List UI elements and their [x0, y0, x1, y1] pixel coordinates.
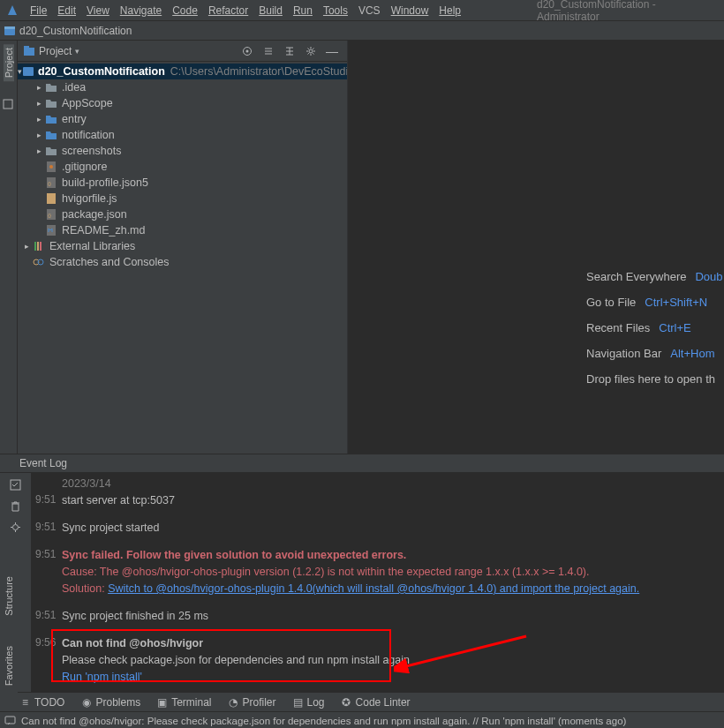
- svg-text:{}: {}: [48, 213, 51, 218]
- svg-rect-4: [24, 46, 29, 49]
- menubar: File Edit View Navigate Code Refactor Bu…: [0, 0, 724, 21]
- project-view-icon[interactable]: [23, 45, 35, 57]
- tree-scratches[interactable]: Scratches and Consoles: [18, 254, 347, 270]
- breadcrumb: d20_CustomNotification: [0, 21, 724, 41]
- project-panel-header: Project ▾ —: [18, 41, 347, 62]
- clear-log-icon[interactable]: [10, 499, 22, 512]
- tree-item-entry[interactable]: ▸entry: [18, 111, 347, 127]
- menu-vcs[interactable]: VCS: [353, 4, 386, 17]
- tool-code-linter[interactable]: ✪Code Linter: [341, 696, 411, 709]
- rail-structure-tab[interactable]: Structure: [0, 556, 18, 635]
- settings-gear-icon[interactable]: [305, 45, 317, 57]
- gitignore-file-icon: [44, 161, 58, 173]
- svg-point-10: [49, 165, 53, 169]
- svg-rect-8: [23, 67, 34, 76]
- linter-icon: ✪: [341, 696, 352, 708]
- rail-project-tab[interactable]: Project: [4, 44, 14, 81]
- welcome-search-shortcut: Doub: [695, 270, 722, 283]
- welcome-gotofile-label: Go to File: [586, 296, 636, 309]
- chevron-right-icon[interactable]: ▸: [34, 143, 44, 159]
- log-settings-icon[interactable]: [10, 521, 22, 533]
- module-folder-icon: [44, 114, 58, 124]
- menu-file[interactable]: File: [25, 4, 52, 17]
- tool-log[interactable]: ▤Log: [292, 696, 325, 709]
- rail-square-icon[interactable]: [3, 99, 15, 111]
- tool-terminal[interactable]: ▣Terminal: [156, 696, 211, 709]
- welcome-gotofile-shortcut: Ctrl+Shift+N: [645, 296, 707, 309]
- menu-build[interactable]: Build: [253, 4, 288, 17]
- chevron-right-icon[interactable]: ▸: [34, 127, 44, 143]
- hide-panel-icon[interactable]: —: [326, 45, 338, 57]
- status-bar: Can not find @ohos/hvigor: Please check …: [0, 711, 724, 728]
- svg-rect-19: [40, 242, 41, 251]
- tree-item-screenshots[interactable]: ▸screenshots: [18, 143, 347, 159]
- tree-external-libraries[interactable]: ▸External Libraries: [18, 238, 347, 254]
- js-file-icon: [44, 192, 58, 205]
- expand-all-icon[interactable]: [262, 45, 275, 57]
- log-warn-sub: Please check package.json for dependenci…: [62, 653, 410, 668]
- log-warn-title: Can not find @ohos/hvigor: [62, 636, 203, 651]
- log-solution-link[interactable]: Switch to @ohos/hvigor-ohos-plugin 1.4.0…: [108, 582, 639, 595]
- locate-icon[interactable]: [241, 45, 253, 57]
- module-icon: [4, 25, 16, 37]
- chevron-right-icon[interactable]: ▸: [34, 111, 44, 127]
- menu-help[interactable]: Help: [434, 4, 466, 17]
- menu-run[interactable]: Run: [288, 4, 318, 17]
- profiler-icon: ◔: [228, 696, 239, 708]
- folder-icon: [44, 82, 58, 93]
- breadcrumb-root[interactable]: d20_CustomNotification: [19, 25, 132, 37]
- tree-item-appscope[interactable]: ▸AppScope: [18, 95, 347, 111]
- svg-text:{}: {}: [48, 181, 51, 186]
- project-view-dropdown-icon[interactable]: ▾: [75, 47, 79, 56]
- todo-icon: ≡: [19, 696, 31, 708]
- tree-item-readme[interactable]: README_zh.md: [18, 222, 347, 238]
- log-npm-install-link[interactable]: Run 'npm install': [62, 670, 142, 685]
- tree-root[interactable]: ▾ d20_CustomNotification C:\Users\Admini…: [18, 64, 347, 79]
- svg-rect-1: [4, 26, 15, 29]
- welcome-navbar-label: Navigation Bar: [586, 347, 661, 360]
- mark-read-icon[interactable]: [10, 478, 22, 491]
- event-log-body: 2023/3/14 9:51start server at tcp:5037 9…: [0, 473, 724, 692]
- svg-rect-3: [24, 48, 34, 56]
- rail-favorites-tab[interactable]: Favorites: [0, 635, 18, 697]
- event-log-header[interactable]: Event Log: [0, 454, 724, 473]
- menu-edit[interactable]: Edit: [52, 4, 81, 17]
- welcome-navbar-shortcut: Alt+Hom: [670, 347, 714, 360]
- status-message-icon[interactable]: [4, 715, 16, 727]
- welcome-drop-hint: Drop files here to open th: [586, 372, 715, 386]
- project-tree[interactable]: ▾ d20_CustomNotification C:\Users\Admini…: [18, 62, 347, 272]
- markdown-file-icon: [44, 224, 58, 236]
- svg-rect-18: [37, 242, 39, 251]
- menu-view[interactable]: View: [81, 4, 115, 17]
- tree-item-idea[interactable]: ▸.idea: [18, 79, 347, 95]
- tree-item-package-json[interactable]: {}package.json: [18, 206, 347, 222]
- log-date: 2023/3/14: [62, 477, 111, 492]
- menu-window[interactable]: Window: [386, 4, 434, 17]
- tool-profiler[interactable]: ◔Profiler: [228, 696, 276, 709]
- bottom-tool-bar: ≡TODO ◉Problems ▣Terminal ◔Profiler ▤Log…: [0, 692, 724, 711]
- menu-tools[interactable]: Tools: [318, 4, 353, 17]
- menu-navigate[interactable]: Navigate: [115, 4, 167, 17]
- event-log-content[interactable]: 2023/3/14 9:51start server at tcp:5037 9…: [32, 473, 724, 692]
- project-panel-title[interactable]: Project: [39, 45, 72, 57]
- json-file-icon: {}: [44, 208, 58, 221]
- tool-problems[interactable]: ◉Problems: [80, 696, 140, 709]
- log-entry: Sync project started: [62, 521, 159, 536]
- tree-item-notification[interactable]: ▸notification: [18, 127, 347, 143]
- tree-item-hvigorfile[interactable]: hvigorfile.js: [18, 191, 347, 206]
- tool-todo[interactable]: ≡TODO: [19, 696, 64, 709]
- welcome-search-label: Search Everywhere: [586, 270, 686, 283]
- module-folder-icon: [44, 130, 58, 140]
- menu-refactor[interactable]: Refactor: [203, 4, 253, 17]
- collapse-all-icon[interactable]: [283, 45, 296, 57]
- chevron-right-icon[interactable]: ▸: [34, 79, 44, 95]
- chevron-right-icon[interactable]: ▸: [34, 95, 44, 111]
- folder-icon: [44, 98, 58, 109]
- svg-rect-17: [34, 242, 36, 251]
- log-error-title: Sync failed. Follow the given solution t…: [62, 548, 406, 563]
- menu-code[interactable]: Code: [167, 4, 203, 17]
- editor-empty-state: Search EverywhereDoub Go to FileCtrl+Shi…: [348, 41, 724, 454]
- log-solution-label: Solution:: [62, 582, 108, 595]
- tree-item-gitignore[interactable]: .gitignore: [18, 159, 347, 175]
- tree-item-build-profile[interactable]: {}build-profile.json5: [18, 175, 347, 191]
